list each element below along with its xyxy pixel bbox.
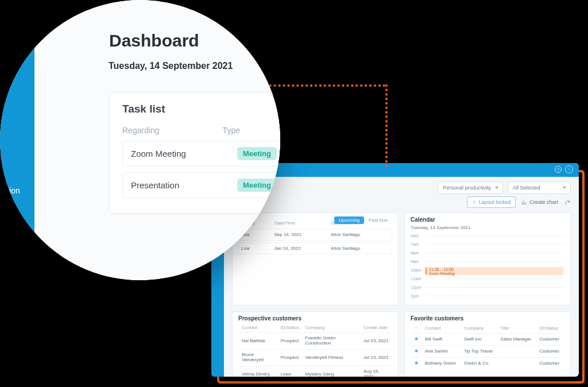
task-list-card: Upcoming Past Due Priority Date/Time Sch… — [232, 212, 399, 305]
svg-rect-1 — [473, 202, 475, 204]
col-datetime: Date/Time — [272, 220, 328, 227]
connector-line — [385, 84, 388, 167]
selection-dropdown[interactable]: All Selected — [508, 181, 571, 194]
page-title: Dashboard — [109, 31, 199, 51]
col-type: Type — [223, 126, 240, 135]
favorites-title: Favorite customers — [411, 315, 564, 322]
zoom-task-list-card: Task list Regarding Type Zoom Meeting Me… — [109, 92, 280, 214]
calendar-title: Calendar — [411, 216, 564, 223]
create-chart-label: Create chart — [529, 199, 558, 205]
zoom-lens: es y unities Automation Dashboard Tuesda… — [0, 0, 280, 280]
sidebar-item[interactable]: Automation — [0, 181, 34, 200]
profile-icon[interactable] — [565, 165, 573, 173]
filter-row: Personal productivity All Selected — [224, 177, 579, 196]
refresh-icon — [564, 199, 571, 206]
page-date: Tuesday, 14 September 2021 — [109, 61, 233, 71]
prospects-card: Prospective customers Contact ID/Status … — [232, 311, 399, 377]
table-row[interactable]: Low Sep 14, 2021 Alice Santiago — [238, 229, 392, 241]
table-row[interactable]: Velma DimitryLeadMystery GangAug 16, 202… — [239, 366, 391, 377]
table-row[interactable]: Hal BattisteProspectFranklin Green Const… — [239, 332, 391, 348]
refresh-button[interactable] — [564, 199, 571, 206]
tab-upcoming[interactable]: Upcoming — [334, 216, 364, 224]
tab-past-due[interactable]: Past Due — [364, 216, 392, 224]
layout-locked-button[interactable]: Layout locked — [467, 196, 516, 208]
prospects-title: Prospective customers — [238, 315, 392, 322]
calendar-card: Calendar Tuesday, 14 September 2021 6am … — [404, 212, 571, 305]
col-regarding: Regarding — [122, 126, 160, 135]
productivity-dropdown[interactable]: Personal productivity — [438, 181, 503, 194]
create-chart-link[interactable]: Create chart — [521, 199, 558, 205]
lock-icon — [472, 200, 477, 204]
star-icon: ☆ — [414, 325, 419, 331]
task-tabs: Upcoming Past Due — [334, 216, 392, 224]
table-row[interactable]: Low Jan 10, 2022 Alice Santiago — [238, 242, 392, 254]
zoom-sidebar: es y unities Automation — [0, 0, 34, 280]
action-row: Layout locked Create chart — [224, 196, 579, 212]
table-row[interactable]: ★Bethany GreenGreen & Co.Customer — [412, 357, 563, 368]
sidebar-item[interactable]: unities — [0, 158, 34, 177]
sidebar-item[interactable]: y — [0, 135, 34, 154]
table-row[interactable]: ★Bill SwiftSwift Inc.Sales ManagerCustom… — [412, 333, 563, 344]
chart-icon — [521, 199, 527, 205]
star-icon[interactable]: ★ — [414, 348, 419, 354]
task-row[interactable]: Zoom Meeting Meeting — [122, 141, 280, 167]
sidebar-item[interactable]: es — [0, 100, 34, 120]
table-row[interactable]: ★Aria SartireTip Top TravelCustomer — [412, 345, 563, 356]
calendar-date: Tuesday, 14 September 2021 — [411, 225, 564, 230]
layout-locked-label: Layout locked — [479, 199, 511, 205]
favorites-card: Favorite customers ☆ Contact Company Tit… — [404, 311, 571, 377]
help-icon[interactable]: ? — [555, 166, 562, 173]
task-row[interactable]: Presentation Meeting — [122, 172, 280, 198]
zoom-card-title: Task list — [122, 103, 280, 115]
calendar-event[interactable]: 11:30 – 12:00 Zoom Meeting — [425, 267, 563, 275]
connector-line — [260, 84, 385, 87]
svg-point-0 — [568, 168, 570, 169]
table-row[interactable]: Bruce VanderyettProspectVanderyett Fitne… — [239, 349, 391, 365]
star-icon[interactable]: ★ — [414, 360, 419, 366]
star-icon[interactable]: ★ — [414, 336, 419, 342]
task-table: Priority Date/Time Scheduled with Low Se… — [238, 219, 392, 256]
type-badge: Meeting — [237, 179, 277, 192]
type-badge: Meeting — [237, 147, 277, 160]
